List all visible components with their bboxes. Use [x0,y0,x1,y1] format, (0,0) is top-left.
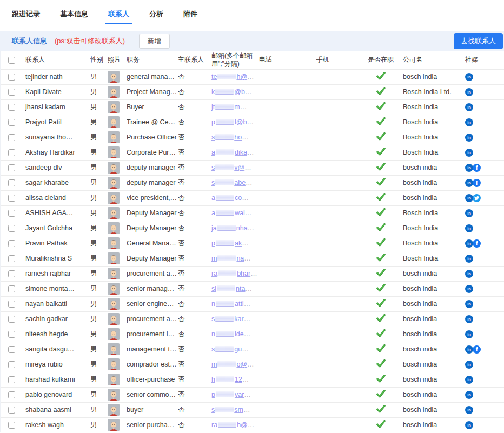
contact-email-link[interactable]: awal [211,209,245,217]
row-checkbox[interactable] [8,285,15,292]
table-row[interactable]: Jayant Golchha 男 Deputy Manager 否 janha… [1,221,504,236]
linkedin-icon[interactable]: in [465,421,473,429]
table-row[interactable]: Kapil Divate 男 Project Manag… 否 k@b… [1,84,504,99]
contact-email-link[interactable]: pvar [211,391,244,398]
contact-email-link[interactable]: h12 [211,376,242,383]
row-checkbox[interactable] [8,301,15,308]
table-row[interactable]: ramesh rajbhar 男 procurement a… 否 rabhar… [1,266,504,281]
contact-email-link[interactable]: janha [211,224,248,232]
facebook-icon[interactable]: f [473,345,481,354]
contact-email-link[interactable]: natti [211,300,244,308]
contact-email-link[interactable]: sho [211,134,242,141]
contact-email-link[interactable]: jtm [211,103,240,111]
row-checkbox[interactable] [8,149,15,156]
row-checkbox[interactable] [8,376,15,383]
table-row[interactable]: pablo genovard 男 senior commo… 否 pvar… [1,387,504,402]
table-row[interactable]: tejinder nath 男 general mana… 否 teh@… [1,69,504,84]
table-row[interactable]: Prajyot Patil 男 Trainee @ Ce… 否 pl@b… [1,115,504,130]
row-checkbox[interactable] [8,104,15,111]
table-row[interactable]: sandeep dlv 男 deputy manager 否 sv@… [1,160,504,175]
table-row[interactable]: nayan balkatti 男 senior engine… 否 natti… [1,296,504,311]
table-row[interactable]: jhansi kadam 男 Buyer 否 jtm… [1,99,504,115]
facebook-icon[interactable]: f [473,179,481,187]
row-checkbox[interactable] [8,195,15,202]
row-checkbox[interactable] [8,225,15,232]
contact-email-link[interactable]: sgu [211,345,242,353]
linkedin-icon[interactable]: in [465,406,473,414]
contact-email-link[interactable]: teh@ [211,73,247,81]
linkedin-icon[interactable]: in [465,164,473,172]
contact-email-link[interactable]: skar [211,315,244,323]
find-contacts-button[interactable]: 去找联系人 [454,33,503,49]
linkedin-icon[interactable]: in [465,391,473,399]
table-row[interactable]: Akshay Hardikar 男 Corporate Pur… 否 adika… [1,145,504,160]
linkedin-icon[interactable]: in [465,103,473,111]
row-checkbox[interactable] [8,164,15,171]
row-checkbox[interactable] [8,361,15,368]
row-checkbox[interactable] [8,240,15,247]
row-checkbox[interactable] [8,331,15,338]
linkedin-icon[interactable]: in [465,194,473,202]
linkedin-icon[interactable]: in [465,149,473,157]
row-checkbox[interactable] [8,134,15,141]
row-checkbox[interactable] [8,119,15,126]
linkedin-icon[interactable]: in [465,239,473,248]
contact-email-link[interactable]: aco [211,194,242,202]
tab-attachments[interactable]: 附件 [183,2,197,26]
table-row[interactable]: shabana aasmi 男 buyer 否 ssm… [1,402,504,417]
linkedin-icon[interactable]: in [465,285,473,293]
linkedin-icon[interactable]: in [465,209,473,217]
linkedin-icon[interactable]: in [465,270,473,278]
contact-email-link[interactable]: mo@ [211,361,247,368]
facebook-icon[interactable]: f [473,164,481,172]
table-row[interactable]: sagar kharabe 男 deputy manager 否 sabe… [1,175,504,190]
twitter-icon[interactable] [473,194,481,202]
facebook-icon[interactable]: f [473,239,481,248]
row-checkbox[interactable] [8,407,15,414]
table-row[interactable]: niteesh hegde 男 procurement l… 否 nide… [1,327,504,342]
tab-basic-info[interactable]: 基本信息 [60,2,88,26]
select-all-checkbox[interactable] [8,57,15,64]
linkedin-icon[interactable]: in [465,224,473,232]
contact-email-link[interactable]: sv@ [211,164,244,171]
row-checkbox[interactable] [8,255,15,262]
linkedin-icon[interactable]: in [465,255,473,263]
table-row[interactable]: ASHISH AGA… 男 Deputy Manager 否 awal… [1,205,504,221]
row-checkbox[interactable] [8,74,15,81]
contact-email-link[interactable]: nide [211,330,244,338]
tab-contacts[interactable]: 联系人 [108,2,129,26]
linkedin-icon[interactable]: in [465,179,473,187]
linkedin-icon[interactable]: in [465,361,473,369]
linkedin-icon[interactable]: in [465,376,473,384]
table-row[interactable]: harshad kulkarni 男 officer-purchase 否 h1… [1,372,504,387]
contact-email-link[interactable]: pak [211,239,242,247]
linkedin-icon[interactable]: in [465,330,473,338]
tab-analysis[interactable]: 分析 [149,2,163,26]
contact-email-link[interactable]: mna [211,255,244,262]
table-row[interactable]: Muralikrishna S 男 Deputy Manager 否 mna… [1,251,504,266]
linkedin-icon[interactable]: in [465,315,473,323]
row-checkbox[interactable] [8,346,15,353]
table-row[interactable]: sunayana tho… 男 Purchase Officer 否 sho… [1,130,504,145]
tab-follow-records[interactable]: 跟进记录 [12,2,40,26]
table-row[interactable]: alissa cleland 男 vice president,… 否 aco… [1,190,504,205]
table-row[interactable]: sachin gadkar 男 procurement a… 否 skar… [1,311,504,327]
contact-email-link[interactable]: pl@b [211,118,247,126]
contact-email-link[interactable]: rabhar [211,270,250,277]
contact-email-link[interactable]: k@b [211,88,245,96]
row-checkbox[interactable] [8,391,15,398]
row-checkbox[interactable] [8,210,15,217]
table-row[interactable]: sangita dasgu… 男 management t… 否 sgu… [1,342,504,357]
add-contact-button[interactable]: 新增 [139,34,170,49]
linkedin-icon[interactable]: in [465,345,473,354]
table-row[interactable]: simone monta… 男 senior manag… 否 sinta… [1,281,504,296]
contact-email-link[interactable]: sabe [211,179,246,186]
contact-email-link[interactable]: ssm [211,406,243,414]
row-checkbox[interactable] [8,422,15,429]
linkedin-icon[interactable]: in [465,118,473,126]
table-row[interactable]: mireya rubio 男 comprador est… 否 mo@… [1,357,504,372]
row-checkbox[interactable] [8,179,15,186]
table-row[interactable]: rakesh wagh 男 senior purcha… 否 rah@… [1,417,504,432]
table-row[interactable]: Pravin Pathak 男 General Mana… 否 pak… [1,236,504,251]
contact-email-link[interactable]: sinta [211,285,245,292]
